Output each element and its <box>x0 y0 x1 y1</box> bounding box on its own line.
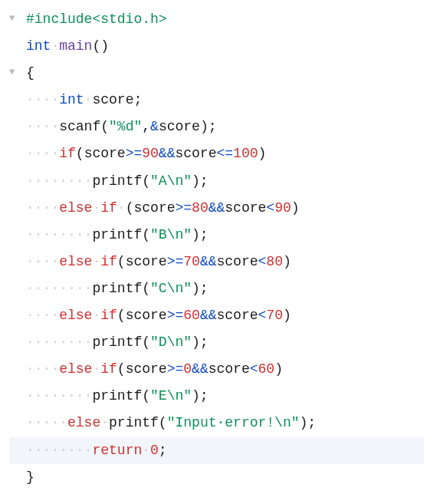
token-punct: ); <box>192 227 209 242</box>
code-line[interactable]: } <box>9 464 424 491</box>
token-operator: < <box>258 308 267 323</box>
token-punct: ); <box>192 388 209 404</box>
token-operator: & <box>150 119 159 134</box>
token-keyword-ctrl: else <box>59 200 92 216</box>
token-ws-dot: ···· <box>26 146 59 161</box>
token-func-name: main <box>59 38 92 54</box>
code-line[interactable]: int·main() <box>9 33 424 60</box>
token-punct: { <box>26 65 35 81</box>
code-line[interactable]: ·····else·printf("Input·error!\n"); <box>9 410 424 436</box>
token-ws-dot: · <box>92 361 100 377</box>
token-ws-dot: ········ <box>26 173 92 189</box>
token-operator: < <box>266 200 274 216</box>
token-operator: >= <box>167 361 184 377</box>
token-operator: >= <box>126 146 143 161</box>
token-operator: < <box>258 254 267 269</box>
token-ws-dot: ········ <box>26 443 92 458</box>
token-ws-dot: · <box>92 200 100 216</box>
token-keyword-ctrl: if <box>59 146 76 161</box>
token-punct: (score <box>76 146 126 161</box>
code-line[interactable]: ▼{ <box>9 60 424 87</box>
token-punct: ) <box>291 200 300 216</box>
code-line[interactable]: ········printf("C\n"); <box>9 275 424 302</box>
token-punct: ); <box>192 281 209 296</box>
token-punct: (score <box>117 308 167 323</box>
token-ws-dot: · <box>117 200 126 216</box>
token-keyword-ctrl: else <box>67 415 100 430</box>
token-punct: ; <box>159 443 167 458</box>
token-operator: && <box>200 254 217 269</box>
token-keyword-ctrl: else <box>59 308 92 323</box>
token-punct: ) <box>283 254 291 269</box>
token-operator: && <box>200 308 217 323</box>
token-string: "C\n" <box>150 281 192 296</box>
token-ident: printf( <box>92 388 150 404</box>
code-line[interactable]: ····else·if(score>=0&&score<60) <box>9 356 424 383</box>
code-line[interactable]: ····int·score; <box>9 87 424 114</box>
code-line[interactable]: ········printf("B\n"); <box>9 222 424 249</box>
token-operator: >= <box>167 254 184 269</box>
code-line[interactable]: ········return·0; <box>9 437 424 464</box>
code-line[interactable]: ········printf("E\n"); <box>9 383 424 410</box>
token-number: 60 <box>258 361 275 377</box>
token-operator: >= <box>175 200 192 216</box>
code-editor[interactable]: ▼#include<stdio.h>int·main()▼{····int·sc… <box>9 6 424 491</box>
token-punct: , <box>142 119 150 134</box>
token-operator: >= <box>167 308 184 323</box>
token-ws-dot: ···· <box>26 92 59 107</box>
token-ident: score; <box>92 92 142 107</box>
token-number: 70 <box>183 254 200 269</box>
code-line[interactable]: ····scanf("%d",&score); <box>9 114 424 140</box>
token-operator: && <box>192 361 209 377</box>
token-string: "Input·error!\n" <box>167 415 300 430</box>
code-line[interactable]: ········printf("D\n"); <box>9 329 424 356</box>
code-line[interactable]: ····else·if(score>=70&&score<80) <box>9 249 424 275</box>
token-preproc: #include<stdio.h> <box>26 12 167 27</box>
code-line[interactable]: ····else·if·(score>=80&&score<90) <box>9 195 424 222</box>
token-punct: } <box>26 469 35 485</box>
token-string: "D\n" <box>150 334 192 350</box>
token-string: "E\n" <box>150 388 192 404</box>
fold-marker-icon[interactable]: ▼ <box>9 6 15 32</box>
token-ident: score <box>175 146 216 161</box>
code-line[interactable]: ····else·if(score>=60&&score<70) <box>9 302 424 329</box>
token-ws-dot: ···· <box>26 308 59 323</box>
code-line[interactable]: ········printf("A\n"); <box>9 168 424 195</box>
token-punct: (score <box>126 200 176 216</box>
fold-marker-icon[interactable]: ▼ <box>9 60 15 86</box>
token-operator: && <box>159 146 176 161</box>
token-number: 0 <box>183 361 192 377</box>
token-keyword-ctrl: if <box>100 254 117 269</box>
token-ws-dot: · <box>84 92 93 107</box>
token-ws-dot: · <box>100 415 109 430</box>
token-ws-dot: ········ <box>26 388 92 404</box>
token-keyword-ctrl: else <box>59 361 92 377</box>
token-operator: <= <box>216 146 233 161</box>
token-ident: printf( <box>109 415 167 430</box>
token-punct: ) <box>274 361 283 377</box>
token-string: "%d" <box>109 119 142 134</box>
token-ident: score <box>217 254 258 269</box>
code-line[interactable]: ▼#include<stdio.h> <box>9 6 424 33</box>
token-keyword-ctrl: if <box>100 200 117 216</box>
code-line[interactable]: ····if(score>=90&&score<=100) <box>9 140 424 167</box>
token-ws-dot: ···· <box>26 200 59 216</box>
token-keyword-ctrl: if <box>100 361 117 377</box>
token-ws-dot: ···· <box>26 361 59 377</box>
token-operator: < <box>250 361 258 377</box>
token-punct: ); <box>192 334 209 350</box>
token-punct: ) <box>283 308 291 323</box>
token-punct: ); <box>300 415 317 430</box>
token-ws-dot: · <box>51 38 59 54</box>
token-number: 90 <box>142 146 159 161</box>
token-number: 80 <box>266 254 283 269</box>
token-keyword-type: int <box>59 92 84 107</box>
token-keyword-ctrl: if <box>100 308 117 323</box>
token-number: 90 <box>274 200 291 216</box>
token-keyword-ctrl: return <box>92 443 142 458</box>
token-punct: (score <box>117 254 167 269</box>
token-punct: () <box>92 38 109 54</box>
token-ident: printf( <box>92 281 150 296</box>
token-string: "A\n" <box>150 173 192 189</box>
token-punct: ) <box>258 146 267 161</box>
